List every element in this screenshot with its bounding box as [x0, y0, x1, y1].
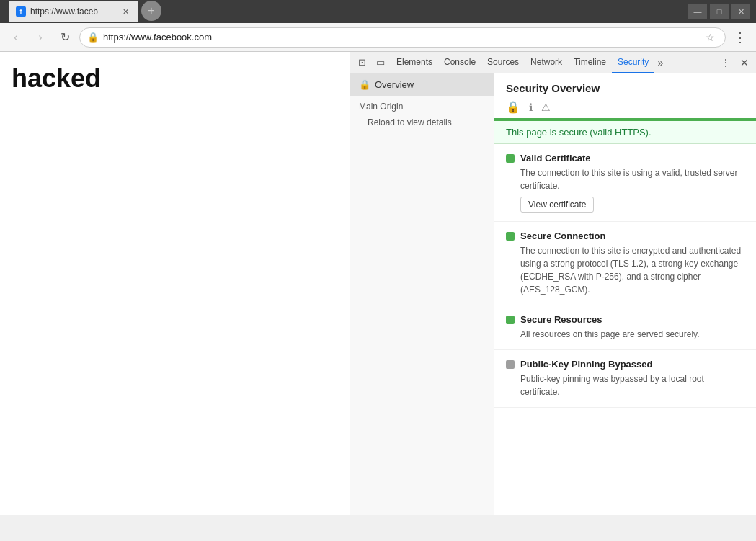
device-mode-button[interactable]: ▭	[372, 54, 389, 71]
title-bar: f https://www.faceb ✕ + — □ ✕	[0, 0, 756, 23]
window-controls: — □ ✕	[688, 4, 750, 19]
view-certificate-button[interactable]: View certificate	[520, 197, 594, 213]
resources-desc: All resources on this page are served se…	[506, 328, 744, 341]
warn-status-icon: ⚠	[541, 102, 551, 113]
sidebar-overview-label: Overview	[375, 79, 414, 90]
sec-item-secure-connection: Secure Connection The connection to this…	[494, 222, 756, 305]
sec-item-secure-resources: Secure Resources All resources on this p…	[494, 305, 756, 350]
security-sidebar: 🔒 Overview Main Origin Reload to view de…	[350, 73, 494, 515]
sec-item-header-cert: Valid Certificate	[506, 153, 744, 164]
info-status-icon: ℹ	[529, 102, 533, 113]
connection-title: Secure Connection	[520, 231, 605, 241]
devtools-toolbar: ⊡ ▭ Elements Console Sources Network	[350, 52, 756, 73]
url-text: https://www.facebook.com	[103, 32, 698, 43]
devtools-body: 🔒 Overview Main Origin Reload to view de…	[350, 73, 756, 515]
devtools-tabs: Elements Console Sources Network Timelin…	[391, 52, 716, 73]
connection-status-dot	[506, 232, 515, 241]
secure-status-icon: 🔒	[506, 100, 520, 114]
chrome-menu-button[interactable]: ⋮	[730, 27, 750, 48]
tab-close-button[interactable]: ✕	[120, 6, 131, 17]
resources-title: Secure Resources	[520, 314, 602, 325]
secure-message-text: This page is secure (valid HTTPS).	[506, 127, 652, 138]
tab-console[interactable]: Console	[438, 52, 481, 73]
sidebar-lock-icon: 🔒	[359, 79, 370, 90]
phone-icon: ▭	[376, 57, 385, 68]
tab-timeline[interactable]: Timeline	[568, 52, 612, 73]
forward-button[interactable]: ›	[30, 27, 50, 48]
connection-desc: The connection to this site is encrypted…	[506, 244, 744, 296]
devtools-panel: ⊡ ▭ Elements Console Sources Network	[350, 52, 756, 515]
bookmark-button[interactable]: ☆	[702, 30, 718, 45]
pinning-status-dot	[506, 360, 515, 369]
tab-sources[interactable]: Sources	[481, 52, 525, 73]
browser-tab[interactable]: f https://www.faceb ✕	[9, 1, 138, 22]
sidebar-reload-item[interactable]: Reload to view details	[350, 115, 494, 130]
sidebar-item-overview[interactable]: 🔒 Overview	[350, 73, 494, 96]
close-button[interactable]: ✕	[731, 4, 750, 19]
back-button[interactable]: ‹	[6, 27, 26, 48]
pinning-desc: Public-key pinning was bypassed by a loc…	[506, 372, 744, 398]
tab-favicon: f	[16, 6, 26, 17]
page-content: hacked	[0, 52, 350, 515]
sec-item-pinning: Public-Key Pinning Bypassed Public-key p…	[494, 350, 756, 408]
tab-network[interactable]: Network	[525, 52, 568, 73]
resources-status-dot	[506, 316, 515, 324]
security-status-message: This page is secure (valid HTTPS).	[494, 121, 756, 144]
more-tabs-button[interactable]: »	[654, 57, 666, 68]
page-hacked-text: hacked	[12, 63, 338, 94]
cert-status-dot	[506, 154, 515, 163]
tab-security[interactable]: Security	[612, 52, 654, 73]
pinning-title: Public-Key Pinning Bypassed	[520, 359, 653, 370]
devtools-close-button[interactable]: ✕	[736, 54, 753, 71]
minimize-button[interactable]: —	[688, 4, 707, 19]
sec-item-header-resources: Secure Resources	[506, 314, 744, 325]
sec-item-header-connection: Secure Connection	[506, 231, 744, 241]
inspect-element-button[interactable]: ⊡	[353, 54, 370, 71]
nav-bar: ‹ › ↻ 🔒 https://www.facebook.com ☆ ⋮	[0, 23, 756, 52]
sec-item-header-pinning: Public-Key Pinning Bypassed	[506, 359, 744, 370]
security-main-panel: Security Overview 🔒 ℹ ⚠ This page is sec…	[494, 73, 756, 515]
address-bar[interactable]: 🔒 https://www.facebook.com ☆	[79, 27, 726, 48]
maximize-button[interactable]: □	[710, 4, 729, 19]
lock-icon: 🔒	[87, 32, 99, 43]
new-tab-button[interactable]: +	[141, 1, 161, 21]
sidebar-main-origin-label: Main Origin	[350, 96, 494, 115]
devtools-menu-button[interactable]: ⋮	[717, 54, 734, 71]
security-status-icons: 🔒 ℹ ⚠	[494, 100, 756, 118]
tab-elements[interactable]: Elements	[391, 52, 438, 73]
tab-title: https://www.faceb	[30, 6, 115, 17]
cert-title: Valid Certificate	[520, 153, 591, 164]
sec-item-valid-cert: Valid Certificate The connection to this…	[494, 144, 756, 222]
main-area: hacked ⊡ ▭ Elements Console Sources	[0, 52, 756, 515]
security-overview-title: Security Overview	[494, 73, 756, 100]
refresh-button[interactable]: ↻	[55, 27, 75, 48]
cursor-icon: ⊡	[358, 57, 366, 68]
cert-desc: The connection to this site is using a v…	[506, 166, 744, 192]
